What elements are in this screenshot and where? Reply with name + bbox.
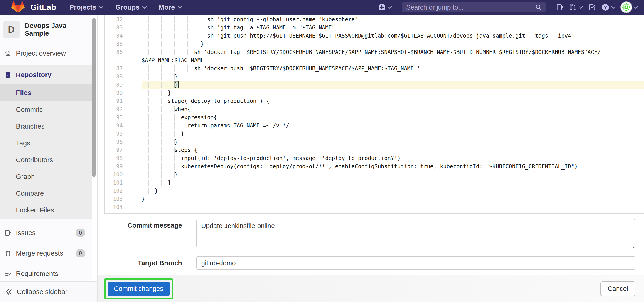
- code-text[interactable]: sh 'git tag -a $TAG_NAME -m "$TAG_NAME" …: [129, 23, 644, 32]
- code-line-100[interactable]: 100 }: [105, 171, 644, 179]
- target-branch-input[interactable]: [196, 256, 636, 270]
- indent-guides: [142, 82, 174, 88]
- code-editor[interactable]: 82 sh 'git config --global user.name "ku…: [104, 14, 644, 214]
- sidebar-item-contributors[interactable]: Contributors: [0, 151, 92, 168]
- sidebar-item-label: Contributors: [16, 156, 53, 164]
- code-text[interactable]: [129, 203, 644, 211]
- code-text[interactable]: sh 'git config --global user.name "kubes…: [129, 15, 644, 23]
- chevron-down-icon: [388, 6, 392, 9]
- code-text[interactable]: sh 'docker tag $REGISTRY/$DOCKERHUB_NAME…: [129, 48, 644, 56]
- code-text[interactable]: }: [129, 195, 644, 203]
- sidebar-item-tags[interactable]: Tags: [0, 135, 92, 151]
- nav-more[interactable]: More: [158, 3, 182, 11]
- code-line-87[interactable]: 87 sh 'docker push $REGISTRY/$DOCKERHUB_…: [105, 64, 644, 72]
- repository-icon: [4, 71, 11, 78]
- code-line-89[interactable]: 89 }: [105, 81, 644, 89]
- sidebar-item-branches[interactable]: Branches: [0, 118, 92, 135]
- code-line-103[interactable]: 103}: [105, 195, 644, 203]
- code-text[interactable]: sh 'docker push $REGISTRY/$DOCKERHUB_NAM…: [129, 64, 644, 72]
- code-line-104[interactable]: 104: [105, 203, 644, 211]
- repository-subitems: FilesCommitsBranchesTagsContributorsGrap…: [0, 84, 92, 219]
- code-text[interactable]: }: [129, 89, 644, 97]
- code-line-96[interactable]: 96 }: [105, 138, 644, 146]
- code-text[interactable]: when{: [129, 105, 644, 113]
- user-menu[interactable]: [621, 2, 638, 13]
- sidebar-item-commits[interactable]: Commits: [0, 101, 92, 118]
- nav-todos-button[interactable]: [588, 3, 596, 11]
- code-segment: when{: [174, 106, 191, 112]
- line-number: 88: [105, 72, 129, 81]
- code-text[interactable]: sh 'git push http://$GIT_USERNAME:$GIT_P…: [129, 32, 644, 40]
- sidebar-item-project-overview[interactable]: Project overview: [0, 45, 92, 62]
- code-link[interactable]: http://$GIT_USERNAME:$GIT_PASSWORD@gitla…: [250, 33, 525, 39]
- code-text[interactable]: expression{: [129, 113, 644, 122]
- search-input[interactable]: [406, 3, 535, 11]
- code-text[interactable]: }: [129, 179, 644, 187]
- help-menu[interactable]: ?: [601, 3, 616, 11]
- home-icon: [4, 50, 11, 57]
- sidebar-item-files[interactable]: Files: [0, 84, 92, 101]
- chevron-down-icon: [611, 6, 616, 9]
- code-text[interactable]: return params.TAG_NAME =~ /v.*/: [129, 122, 644, 130]
- code-line-84[interactable]: 84 sh 'git push http://$GIT_USERNAME:$GI…: [105, 32, 644, 40]
- code-line-95[interactable]: 95 }: [105, 130, 644, 138]
- code-line-90[interactable]: 90 }: [105, 89, 644, 97]
- code-text[interactable]: steps {: [129, 146, 644, 154]
- sidebar-scrollbar[interactable]: [92, 18, 96, 177]
- sidebar-item-locked-files[interactable]: Locked Files: [0, 202, 92, 219]
- project-header[interactable]: D Devops Java Sample: [0, 14, 92, 38]
- indent-guides: [142, 73, 174, 80]
- code-line-86[interactable]: 86 sh 'docker tag $REGISTRY/$DOCKERHUB_N…: [105, 48, 644, 56]
- code-text[interactable]: $APP_NAME:$TAG_NAME ': [129, 56, 644, 64]
- code-line-99[interactable]: 99 kubernetesDeploy(configs: 'deploy/pro…: [105, 162, 644, 171]
- nav-groups[interactable]: Groups: [115, 3, 147, 11]
- cancel-button[interactable]: Cancel: [600, 281, 636, 296]
- code-line-wrap[interactable]: $APP_NAME:$TAG_NAME ': [105, 56, 644, 64]
- nav-merge-requests-button[interactable]: [569, 3, 583, 11]
- commit-message-input[interactable]: Update Jenkinsfile-online: [196, 219, 636, 249]
- code-text[interactable]: }: [129, 72, 644, 81]
- create-new-menu[interactable]: [378, 3, 392, 11]
- indent-guides: [142, 131, 181, 137]
- nav-projects[interactable]: Projects: [70, 3, 104, 11]
- indent-guides: [142, 90, 168, 96]
- code-line-91[interactable]: 91 stage('deploy to production') {: [105, 97, 644, 105]
- code-text[interactable]: }: [129, 187, 644, 195]
- code-line-82[interactable]: 82 sh 'git config --global user.name "ku…: [105, 15, 644, 23]
- nav-issues-button[interactable]: [556, 3, 564, 11]
- code-line-92[interactable]: 92 when{: [105, 105, 644, 113]
- code-line-97[interactable]: 97 steps {: [105, 146, 644, 154]
- code-text[interactable]: }: [129, 130, 644, 138]
- code-text[interactable]: }: [129, 40, 644, 48]
- code-segment: }: [142, 196, 145, 202]
- indent-guides: [142, 65, 194, 72]
- search-icon[interactable]: [535, 4, 542, 11]
- code-text[interactable]: }: [129, 138, 644, 146]
- sidebar-item-graph[interactable]: Graph: [0, 168, 92, 185]
- code-line-101[interactable]: 101 }: [105, 179, 644, 187]
- code-text[interactable]: stage('deploy to production') {: [129, 97, 644, 105]
- nav-link-label: Groups: [115, 3, 140, 11]
- sidebar-item-repository[interactable]: Repository: [0, 65, 92, 84]
- code-text[interactable]: }: [129, 171, 644, 179]
- collapse-sidebar-button[interactable]: Collapse sidebar: [0, 281, 97, 302]
- sidebar-item-compare[interactable]: Compare: [0, 185, 92, 202]
- sidebar-item-requirements[interactable]: Requirements: [0, 265, 92, 282]
- code-text[interactable]: input(id: 'deploy-to-production', messag…: [129, 154, 644, 162]
- code-line-93[interactable]: 93 expression{: [105, 113, 644, 122]
- code-line-88[interactable]: 88 }: [105, 72, 644, 81]
- gitlab-logo[interactable]: GitLab: [11, 1, 56, 14]
- code-text[interactable]: kubernetesDeploy(configs: 'deploy/prod-o…: [129, 162, 644, 171]
- code-text[interactable]: }: [129, 81, 644, 89]
- code-line-85[interactable]: 85 }: [105, 40, 644, 48]
- code-line-102[interactable]: 102 }: [105, 187, 644, 195]
- commit-changes-button[interactable]: Commit changes: [108, 282, 170, 296]
- sidebar-item-issues[interactable]: Issues 0: [0, 225, 92, 241]
- line-number: 96: [105, 138, 129, 146]
- code-line-98[interactable]: 98 input(id: 'deploy-to-production', mes…: [105, 154, 644, 162]
- code-line-94[interactable]: 94 return params.TAG_NAME =~ /v.*/: [105, 122, 644, 130]
- sidebar-item-merge-requests[interactable]: Merge requests 0: [0, 245, 92, 262]
- chevron-down-icon: [579, 6, 583, 9]
- code-line-83[interactable]: 83 sh 'git tag -a $TAG_NAME -m "$TAG_NAM…: [105, 23, 644, 32]
- issues-icon: [556, 3, 564, 11]
